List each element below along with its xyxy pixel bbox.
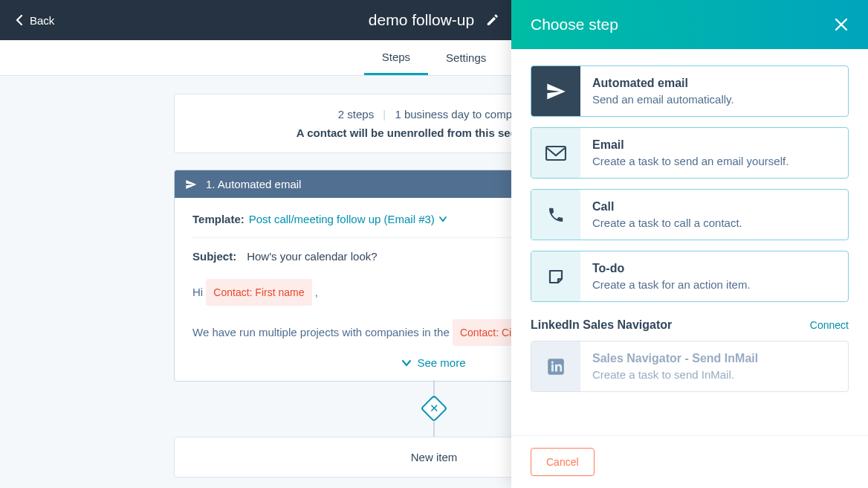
panel-header: Choose step xyxy=(511,0,868,49)
body-comma: , xyxy=(315,286,318,298)
panel-footer: Cancel xyxy=(511,435,868,488)
tab-settings-label: Settings xyxy=(446,51,486,64)
template-selector[interactable]: Post call/meeting follow up (Email #3) xyxy=(249,213,447,225)
option-automated-email[interactable]: Automated email Send an email automatica… xyxy=(531,65,849,117)
paper-plane-icon xyxy=(185,179,197,190)
summary-separator: | xyxy=(383,108,386,121)
option-email[interactable]: Email Create a task to send an email you… xyxy=(531,127,849,179)
linkedin-section-label: LinkedIn Sales Navigator xyxy=(531,318,672,332)
choose-step-panel: Choose step Automated email Send an emai… xyxy=(511,0,868,488)
back-button[interactable]: Back xyxy=(15,14,54,27)
template-name: Post call/meeting follow up (Email #3) xyxy=(249,213,435,225)
panel-title: Choose step xyxy=(531,16,618,33)
option-linkedin-inmail: Sales Navigator - Send InMail Create a t… xyxy=(531,341,849,392)
panel-body: Automated email Send an email automatica… xyxy=(511,49,868,435)
page-title-wrap: demo follow-up xyxy=(369,11,499,29)
option-desc: Create a task to call a contact. xyxy=(592,216,742,229)
token-first-name: Contact: First name xyxy=(206,279,311,306)
connector-remove-button[interactable]: ✕ xyxy=(421,395,447,422)
body-hi: Hi xyxy=(192,286,203,298)
svg-rect-0 xyxy=(546,147,566,160)
step-connector: ✕ xyxy=(421,380,447,437)
option-title: To-do xyxy=(592,262,751,275)
connector-line-top xyxy=(433,380,435,395)
step-header-title: 1. Automated email xyxy=(206,178,301,190)
phone-icon xyxy=(547,206,565,224)
chevron-left-icon xyxy=(15,15,24,25)
option-title: Automated email xyxy=(592,77,734,90)
option-desc: Send an email automatically. xyxy=(592,93,734,106)
template-label: Template: xyxy=(192,213,244,225)
close-icon: ✕ xyxy=(430,402,439,415)
option-title: Call xyxy=(592,200,742,214)
paper-plane-icon xyxy=(545,81,566,102)
linkedin-section-row: LinkedIn Sales Navigator Connect xyxy=(531,318,849,332)
tab-steps[interactable]: Steps xyxy=(364,40,428,75)
option-desc: Create a task for an action item. xyxy=(592,278,751,291)
option-desc: Create a task to send InMail. xyxy=(592,368,758,381)
cancel-button[interactable]: Cancel xyxy=(531,448,595,476)
note-icon xyxy=(547,268,565,286)
option-title: Email xyxy=(592,138,788,152)
tab-steps-label: Steps xyxy=(382,51,410,63)
linkedin-icon xyxy=(546,357,566,376)
option-title: Sales Navigator - Send InMail xyxy=(592,352,758,365)
subject-label: Subject: xyxy=(192,250,236,263)
summary-duration: 1 business day to complete xyxy=(395,108,530,121)
connector-line-bottom xyxy=(433,422,435,437)
pencil-icon[interactable] xyxy=(486,13,499,27)
subject-value: How's your calendar look? xyxy=(247,250,377,263)
option-todo[interactable]: To-do Create a task for an action item. xyxy=(531,251,849,302)
chevron-down-icon xyxy=(402,359,411,367)
option-call[interactable]: Call Create a task to call a contact. xyxy=(531,189,849,240)
tab-settings[interactable]: Settings xyxy=(428,40,504,75)
body-line2-pre: We have run multiple projects with compa… xyxy=(192,326,450,338)
see-more-label: See more xyxy=(417,356,465,369)
linkedin-connect-link[interactable]: Connect xyxy=(810,319,849,331)
envelope-icon xyxy=(545,146,566,161)
option-desc: Create a task to send an email yourself. xyxy=(592,155,788,167)
back-label: Back xyxy=(30,14,54,27)
page-title: demo follow-up xyxy=(369,11,474,29)
new-item-label: New item xyxy=(411,451,458,463)
close-icon[interactable] xyxy=(834,17,849,32)
summary-steps: 2 steps xyxy=(338,108,374,121)
caret-down-icon xyxy=(439,216,447,222)
